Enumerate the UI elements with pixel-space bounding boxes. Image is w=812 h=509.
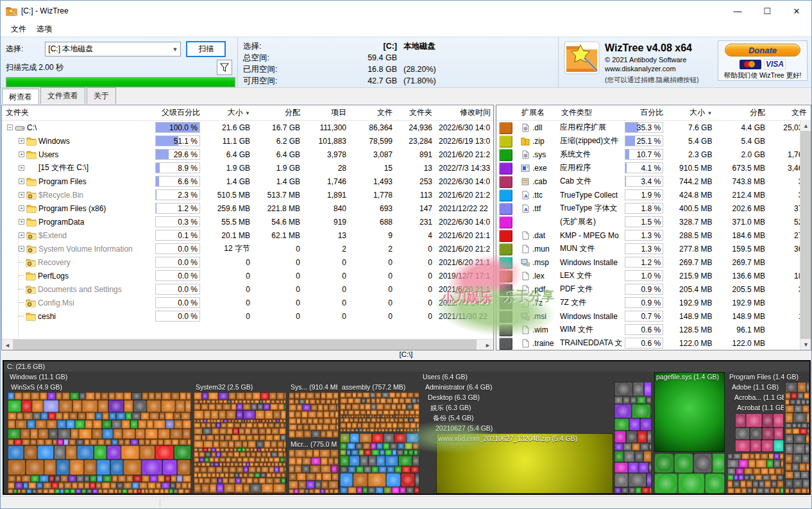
tree-row[interactable]: Documents and Settings 0.0 % 0 0 0 0 0 2…: [2, 282, 494, 296]
expand-icon[interactable]: +: [19, 165, 24, 171]
ext-row[interactable]: .msi Windows Installe 0.7 % 148.9 MB 148…: [496, 309, 811, 323]
ext-row[interactable]: .cab Cab 文件 3.4 % 744.2 MB 743.8 MB 30: [496, 175, 811, 188]
cell-folders: 253: [396, 175, 436, 188]
ext-col-header[interactable]: 文件类型: [557, 105, 623, 121]
treemap-section-label[interactable]: Adobe (1.1 GB): [730, 383, 779, 392]
expand-icon[interactable]: +: [19, 219, 24, 225]
treemap-section-label[interactable]: Program Files (1.4 GB): [727, 372, 799, 382]
close-button[interactable]: ✕: [782, 1, 811, 21]
tree-row[interactable]: +$Extend 0.1 % 20.1 MB 62.1 MB 13 9 4 20…: [2, 229, 494, 242]
ext-col-header[interactable]: 大小 ▼: [667, 105, 716, 121]
tab-tree-view[interactable]: 树查看: [2, 89, 39, 104]
ext-row[interactable]: (无扩展名) 1.5 % 328.7 MB 371.0 MB 524: [496, 215, 811, 229]
treemap-section-label[interactable]: Windows (11.1 GB): [8, 372, 67, 382]
ext-row[interactable]: .7z 7Z 文件 0.9 % 192.9 MB 192.9 MB 2: [496, 296, 811, 309]
tree-col-header[interactable]: 项目: [304, 105, 350, 121]
expand-icon[interactable]: +: [19, 232, 24, 238]
treemap-section-label[interactable]: assembly (757.2 MB): [340, 383, 405, 392]
vscroll-thumb[interactable]: [800, 131, 811, 339]
ext-col-header[interactable]: 文件: [769, 105, 811, 121]
scroll-left-arrow[interactable]: ◄: [2, 340, 13, 350]
expand-icon[interactable]: +: [19, 138, 24, 144]
tree-row[interactable]: PerfLogs 0.0 % 0 0 0 0 0 2019/12/7 17:1: [2, 269, 494, 282]
tree-row[interactable]: Recovery 0.0 % 0 0 0 0 0 2021/6/20 21:1: [2, 255, 494, 269]
tree-col-header[interactable]: 修改时间: [436, 105, 494, 121]
tree-col-header[interactable]: 大小 ▼: [204, 105, 254, 121]
ext-row[interactable]: .wim WIM 文件 0.6 % 128.5 MB 96.1 MB 7: [496, 323, 811, 336]
treemap-section-label[interactable]: Sys... (910.4 MB): [289, 383, 337, 392]
tree-row[interactable]: +Program Files (x86) 1.2 % 259.6 MB 221.…: [2, 202, 494, 215]
tree-row[interactable]: +Users 29.6 % 6.4 GB 6.4 GB 3,978 3,087 …: [2, 148, 494, 161]
tree-row[interactable]: +ProgramData 0.3 % 55.5 MB 54.6 MB 919 6…: [2, 215, 494, 229]
drive-dropdown[interactable]: [C:] 本地磁盘 ▼: [45, 42, 181, 56]
tree-col-header[interactable]: 父级百分比: [154, 105, 204, 121]
ext-row[interactable]: .dat KMP - MPEG Mo 1.3 % 288.5 MB 184.6 …: [496, 229, 811, 242]
maximize-button[interactable]: ☐: [752, 1, 782, 21]
expand-icon[interactable]: +: [19, 246, 24, 252]
tree-row[interactable]: −C:\ 100.0 % 21.6 GB 16.7 GB 111,300 86,…: [2, 121, 494, 135]
tree-row[interactable]: ceshi 0.0 % 0 0 0 0 0 2021/11/30 22: [2, 309, 494, 323]
tree-col-header[interactable]: 文件夹: [2, 105, 154, 121]
expand-icon[interactable]: +: [19, 151, 24, 157]
ext-row[interactable]: .exe 应用程序 4.1 % 910.5 MB 673.5 MB 3,468: [496, 161, 811, 175]
tree-row[interactable]: +$Recycle.Bin 2.3 % 510.5 MB 513.7 MB 1,…: [2, 188, 494, 202]
expand-icon[interactable]: +: [19, 192, 24, 198]
treemap-section-label[interactable]: Acrobat (1.1 GB): [735, 403, 784, 413]
ext-vscrollbar[interactable]: ▲ ▼: [800, 120, 811, 350]
treemap[interactable]: C: (21.6 GB)Windows (11.1 GB)WinSxS (4.9…: [3, 360, 811, 495]
tree-hscrollbar[interactable]: ◄ ►: [2, 339, 493, 350]
tree-col-header[interactable]: 分配: [254, 105, 304, 121]
minimize-button[interactable]: —: [723, 1, 752, 21]
tab-about[interactable]: 关于: [87, 87, 116, 104]
hscroll-thumb[interactable]: [13, 340, 477, 350]
ext-row[interactable]: .lex LEX 文件 1.0 % 215.9 MB 136.6 MB 188: [496, 269, 811, 282]
treemap-section-label[interactable]: Users (6.4 GB): [421, 372, 468, 382]
treemap-section-label[interactable]: Desktop (6.3 GB): [426, 393, 480, 402]
tree-row[interactable]: +System Volume Information 0.0 % 12 字节 0…: [2, 242, 494, 255]
brand-website[interactable]: www.diskanalyzer.com: [605, 64, 692, 74]
treemap-section-label[interactable]: Micr... (775.0 MB): [289, 440, 337, 449]
tree-row[interactable]: +[15 文件在 C:\] 8.9 % 1.9 GB 1.9 GB 28 15 …: [2, 161, 494, 175]
ext-row[interactable]: .dll 应用程序扩展 35.3 % 7.6 GB 4.4 GB 25,038: [496, 121, 811, 135]
ext-row[interactable]: A.ttf TrueType 字体文 1.8 % 400.5 MB 202.6 …: [496, 202, 811, 215]
ext-row[interactable]: .pdf PDF 文件 0.9 % 205.4 MB 205.5 MB 36: [496, 282, 811, 296]
status-bar: [1, 496, 811, 508]
tree-col-header[interactable]: 文件夹: [396, 105, 436, 121]
treemap-section-label[interactable]: 备份 (5.4 GB): [431, 413, 474, 423]
treemap-section-label[interactable]: WinSxS (4.9 GB): [9, 383, 62, 392]
treemap-section-label[interactable]: System32 (2.5 GB): [194, 383, 253, 392]
treemap-section-label[interactable]: C: (21.6 GB): [5, 362, 45, 372]
menu-file[interactable]: 文件: [6, 22, 31, 37]
expand-icon[interactable]: +: [19, 205, 24, 211]
treemap-section-label[interactable]: 娱乐 (6.3 GB): [428, 403, 471, 413]
ext-col-header[interactable]: 百分比: [623, 105, 667, 121]
filter-button[interactable]: [217, 60, 232, 75]
ext-row[interactable]: .traine TRAINEDDATA 文 0.6 % 122.0 MB 122…: [496, 336, 811, 350]
tree-row[interactable]: Config.Msi 0.0 % 0 0 0 0 0 2022/7/3 14:3…: [2, 296, 494, 309]
ext-row[interactable]: .mun MUN 文件 1.3 % 277.8 MB 159.5 MB 367: [496, 242, 811, 255]
treemap-section-label[interactable]: Acroba... (1.1 GB): [732, 393, 784, 402]
donate-button[interactable]: Donate: [725, 44, 800, 56]
tree-row[interactable]: +Program Files 6.6 % 1.4 GB 1.4 GB 1,746…: [2, 175, 494, 188]
treemap-section-label[interactable]: 20210627 (5.4 GB): [434, 424, 493, 433]
ext-col-header[interactable]: 扩展名: [518, 105, 557, 121]
percent-of-parent-bar: 0.0 %: [155, 297, 200, 308]
scan-button[interactable]: 扫描: [186, 41, 226, 57]
ext-col-header[interactable]: 分配: [716, 105, 769, 121]
scroll-right-arrow[interactable]: ►: [482, 340, 493, 350]
tab-file-view[interactable]: 文件查看: [40, 87, 85, 104]
scroll-up-arrow[interactable]: ▲: [800, 120, 811, 131]
ext-row[interactable]: .zip 压缩(zipped)文件 25.1 % 5.4 GB 5.4 GB 3: [496, 134, 811, 148]
collapse-icon[interactable]: −: [7, 125, 13, 130]
ext-row[interactable]: A.ttc TrueType Collect 1.9 % 424.8 MB 21…: [496, 188, 811, 202]
treemap-section-label[interactable]: pagefile.sys (1.4 GB): [654, 372, 719, 382]
ext-row[interactable]: .msp Windows Installe 1.2 % 269.7 MB 269…: [496, 255, 811, 269]
ext-row[interactable]: .sys 系统文件 10.7 % 2.3 GB 2.0 GB 1,768: [496, 148, 811, 161]
expand-icon[interactable]: +: [19, 178, 24, 184]
scroll-down-arrow[interactable]: ▼: [800, 339, 811, 350]
tree-col-header[interactable]: 文件: [350, 105, 396, 121]
treemap-section-label[interactable]: www.x6d.com_20210627_132048.zip (5.4 GB): [436, 434, 577, 444]
menu-options[interactable]: 选项: [31, 22, 57, 37]
treemap-section-label[interactable]: Administrator (6.4 GB): [423, 383, 492, 392]
tree-row[interactable]: +Windows 51.1 % 11.1 GB 6.2 GB 101,883 7…: [2, 134, 494, 148]
